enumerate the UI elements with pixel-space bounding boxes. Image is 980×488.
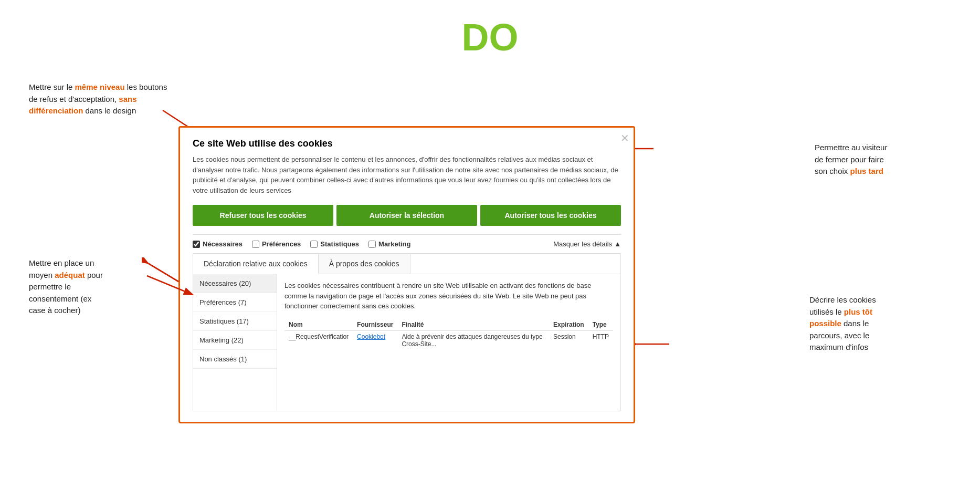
col-fournisseur: Fournisseur <box>353 319 397 331</box>
checkbox-necessaires-label: Nécessaires <box>203 240 243 248</box>
col-finalite: Finalité <box>397 319 549 331</box>
action-buttons-row: Refuser tous les cookies Autoriser la sé… <box>193 205 621 226</box>
masquer-details-button[interactable]: Masquer les détails ▲ <box>553 240 621 248</box>
checkbox-preferences-label: Préférences <box>262 240 301 248</box>
checkbox-marketing[interactable]: Marketing <box>368 240 410 248</box>
cell-finalite: Aide à prévenir des attaques dangereuses… <box>397 330 549 350</box>
chevron-up-icon: ▲ <box>614 240 621 248</box>
cookie-banner: ✕ Ce site Web utilise des cookies Les co… <box>178 126 635 423</box>
highlight-meme-niveau: même niveau <box>75 82 125 91</box>
col-type: Type <box>588 319 613 331</box>
authorize-selection-button[interactable]: Autoriser la sélection <box>336 205 477 226</box>
checkbox-statistiques-input[interactable] <box>310 241 318 248</box>
annotation-right-bottom: Décrire les cookies utilisés le plus tôt… <box>809 294 951 354</box>
left-item-preferences[interactable]: Préférences (7) <box>193 293 277 312</box>
tab-apropos[interactable]: À propos des cookies <box>319 254 410 274</box>
masquer-details-label: Masquer les détails <box>553 240 612 248</box>
annotation-left-bottom: Mettre en place un moyen adéquat pour pe… <box>29 257 171 317</box>
checkbox-necessaires-input[interactable] <box>193 241 200 248</box>
cell-nom: __RequestVerificatior <box>284 330 353 350</box>
authorize-all-button[interactable]: Autoriser tous les cookies <box>480 205 621 226</box>
details-content: Nécessaires (20) Préférences (7) Statist… <box>193 274 620 411</box>
page-title: DO <box>0 0 980 69</box>
checkbox-marketing-input[interactable] <box>368 241 376 248</box>
annotation-left-top: Mettre sur le même niveau les boutons de… <box>29 81 186 117</box>
cell-type: HTTP <box>588 330 613 350</box>
checkbox-statistiques[interactable]: Statistiques <box>310 240 359 248</box>
cookie-banner-description: Les cookies nous permettent de personnal… <box>193 154 621 195</box>
left-item-non-classes[interactable]: Non classés (1) <box>193 350 277 369</box>
highlight-plus-tard: plus tard <box>850 167 883 175</box>
right-panel: Les cookies nécessaires contribuent à re… <box>277 274 620 411</box>
left-panel: Nécessaires (20) Préférences (7) Statist… <box>193 274 277 411</box>
table-row: __RequestVerificatior Cookiebot Aide à p… <box>284 330 613 350</box>
close-button[interactable]: ✕ <box>620 132 629 144</box>
checkbox-necessaires[interactable]: Nécessaires <box>193 240 243 248</box>
refuse-button[interactable]: Refuser tous les cookies <box>193 205 333 226</box>
checkbox-preferences[interactable]: Préférences <box>252 240 301 248</box>
tabs-row: Déclaration relative aux cookies À propo… <box>193 254 620 274</box>
tab-declaration[interactable]: Déclaration relative aux cookies <box>193 254 319 274</box>
annotation-right-top: Permettre au visiteur de fermer pour fai… <box>815 142 951 178</box>
cookie-table: Nom Fournisseur Finalité Expiration Type… <box>284 319 613 350</box>
left-item-statistiques[interactable]: Statistiques (17) <box>193 312 277 331</box>
checkboxes-row: Nécessaires Préférences Statistiques Mar… <box>193 234 621 254</box>
left-item-necessaires[interactable]: Nécessaires (20) <box>193 274 277 293</box>
checkbox-marketing-label: Marketing <box>378 240 410 248</box>
right-panel-description: Les cookies nécessaires contribuent à re… <box>284 281 613 312</box>
checkbox-statistiques-label: Statistiques <box>320 240 359 248</box>
cell-fournisseur[interactable]: Cookiebot <box>353 330 397 350</box>
col-nom: Nom <box>284 319 353 331</box>
details-panel: Déclaration relative aux cookies À propo… <box>193 254 621 411</box>
left-item-marketing[interactable]: Marketing (22) <box>193 331 277 350</box>
cell-expiration: Session <box>549 330 588 350</box>
highlight-adequat: adéquat <box>55 271 85 279</box>
highlight-sans: sans différenciation <box>29 95 137 116</box>
arrow-right-bottom <box>630 336 672 352</box>
col-expiration: Expiration <box>549 319 588 331</box>
checkbox-preferences-input[interactable] <box>252 241 259 248</box>
cookiebot-link[interactable]: Cookiebot <box>357 333 385 340</box>
highlight-plus-tot: plus tôt possible <box>809 307 872 328</box>
cookie-banner-title: Ce site Web utilise des cookies <box>193 138 621 149</box>
